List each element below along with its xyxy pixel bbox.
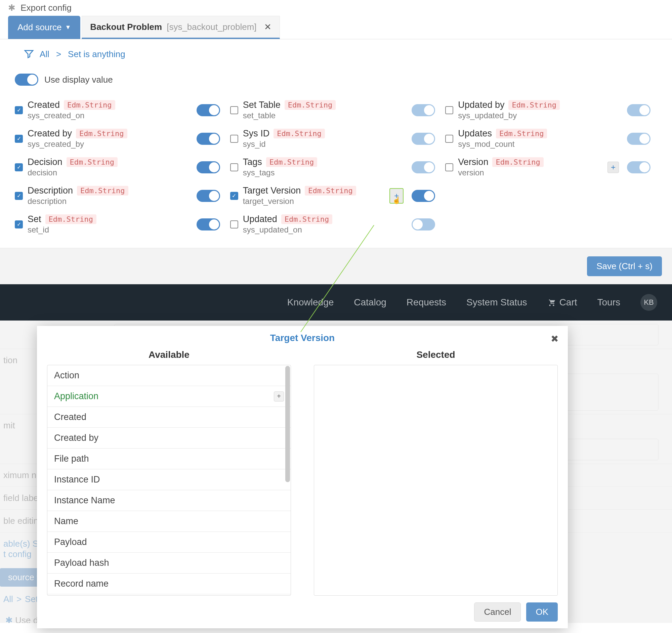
nav-system-status[interactable]: System Status [466, 297, 527, 308]
field-sys-name: sys_tags [243, 168, 407, 177]
field-checkbox[interactable]: ✓ [15, 106, 23, 114]
field-checkbox[interactable]: ✓ [15, 220, 23, 228]
field-checkbox[interactable] [230, 220, 238, 228]
available-item-label: File path [54, 454, 89, 464]
available-item-label: Name [54, 516, 78, 527]
field-label: Set Table [243, 100, 281, 110]
add-source-button[interactable]: Add source ▼ [8, 16, 80, 39]
field-toggle[interactable] [196, 104, 220, 116]
dot-walk-plus-button[interactable]: +☝ [389, 188, 404, 203]
available-item-label: Payload hash [54, 558, 109, 568]
type-badge: Edm.String [45, 214, 96, 224]
field-toggle[interactable] [627, 161, 650, 173]
field-checkbox[interactable] [445, 106, 453, 114]
field-label: Updated by [458, 100, 504, 110]
star-icon: ✱ [8, 3, 16, 13]
top-nav: Knowledge Catalog Requests System Status… [0, 284, 672, 320]
available-item-label: Action [54, 370, 79, 381]
scrollbar[interactable] [285, 366, 290, 482]
field-toggle[interactable] [627, 104, 650, 116]
available-item[interactable]: File path [47, 448, 291, 469]
available-item-label: Instance Name [54, 495, 115, 506]
available-item[interactable]: Name [47, 511, 291, 532]
type-badge: Edm.String [508, 100, 559, 110]
nav-tours[interactable]: Tours [597, 297, 620, 308]
available-item-label: Payload [54, 537, 87, 547]
field-toggle[interactable] [412, 218, 435, 230]
field-row: ✓CreatedEdm.Stringsys_created_on [15, 100, 227, 120]
type-badge: Edm.String [266, 157, 317, 167]
field-toggle[interactable] [412, 190, 435, 202]
field-checkbox[interactable]: ✓ [15, 192, 23, 200]
field-sys-name: sys_updated_on [243, 225, 407, 235]
field-checkbox[interactable]: ✓ [15, 163, 23, 171]
available-item[interactable]: Record name [47, 574, 291, 594]
available-item[interactable]: Created [47, 407, 291, 428]
field-sys-name: sys_id [243, 140, 407, 149]
available-item[interactable]: Instance ID [47, 469, 291, 490]
available-item[interactable]: Instance Name [47, 490, 291, 511]
field-toggle[interactable] [412, 161, 435, 173]
type-badge: Edm.String [281, 214, 332, 224]
field-checkbox[interactable] [230, 163, 238, 171]
cancel-button[interactable]: Cancel [474, 603, 521, 622]
filter-condition-link[interactable]: Set is anything [68, 49, 125, 59]
field-sys-name: sys_mod_count [458, 140, 622, 149]
target-version-modal: Target Version ✖ Available ActionApplica… [37, 326, 568, 628]
breadcrumb-title: Export config [21, 3, 72, 13]
available-item[interactable]: Recorded at [47, 594, 291, 595]
avatar[interactable]: KB [641, 294, 657, 311]
source-tab[interactable]: Backout Problem [sys_backout_problem] ✕ [82, 16, 280, 39]
field-toggle[interactable] [412, 133, 435, 145]
field-sys-name: target_version [243, 197, 385, 206]
available-item[interactable]: Payload hash [47, 553, 291, 574]
filter-icon[interactable] [24, 49, 34, 59]
chevron-right-icon: > [56, 49, 61, 59]
field-toggle[interactable] [196, 161, 220, 173]
field-toggle[interactable] [196, 133, 220, 145]
breadcrumb: ✱ Export config [0, 0, 672, 16]
field-checkbox[interactable]: ✓ [15, 135, 23, 143]
available-item[interactable]: Application+ [47, 386, 291, 407]
nav-requests[interactable]: Requests [407, 297, 446, 308]
caret-down-icon: ▼ [65, 24, 71, 31]
field-row: VersionEdm.Stringversion+ [445, 157, 657, 177]
use-display-value-label: Use display value [44, 75, 113, 85]
available-item[interactable]: Action [47, 365, 291, 386]
ok-button[interactable]: OK [526, 603, 558, 622]
add-item-plus-icon[interactable]: + [274, 391, 284, 401]
dot-walk-plus-button[interactable]: + [607, 162, 619, 173]
available-item[interactable]: Payload [47, 532, 291, 553]
available-item[interactable]: Created by [47, 428, 291, 448]
field-toggle[interactable] [196, 218, 220, 230]
field-checkbox[interactable] [445, 163, 453, 171]
field-row: TagsEdm.Stringsys_tags [230, 157, 442, 177]
field-label: Sys ID [243, 128, 270, 139]
field-checkbox[interactable] [230, 135, 238, 143]
type-badge: Edm.String [492, 157, 543, 167]
field-toggle[interactable] [412, 104, 435, 116]
field-toggle[interactable] [627, 133, 650, 145]
nav-knowledge[interactable]: Knowledge [287, 297, 334, 308]
type-badge: Edm.String [67, 157, 118, 167]
cursor-hand-icon: ☝ [392, 196, 401, 204]
field-checkbox[interactable]: ✓ [230, 192, 238, 200]
field-checkbox[interactable] [230, 106, 238, 114]
available-item-label: Application [54, 391, 98, 401]
field-row: ✓DecisionEdm.Stringdecision [15, 157, 227, 177]
field-row: ✓Target VersionEdm.Stringtarget_version+… [230, 186, 442, 206]
nav-cart[interactable]: Cart [547, 297, 577, 308]
filter-all-link[interactable]: All [40, 49, 49, 59]
nav-catalog[interactable]: Catalog [354, 297, 386, 308]
close-tab-icon[interactable]: ✕ [264, 22, 271, 32]
save-button[interactable]: Save (Ctrl + s) [587, 257, 662, 276]
type-badge: Edm.String [76, 129, 127, 139]
field-sys-name: description [28, 197, 192, 206]
modal-close-icon[interactable]: ✖ [551, 333, 558, 344]
field-checkbox[interactable] [445, 135, 453, 143]
field-row: Sys IDEdm.Stringsys_id [230, 128, 442, 149]
use-display-value-toggle[interactable] [15, 74, 38, 86]
field-toggle[interactable] [196, 190, 220, 202]
tab-sys-name: [sys_backout_problem] [167, 22, 256, 32]
field-sys-name: decision [28, 168, 192, 177]
